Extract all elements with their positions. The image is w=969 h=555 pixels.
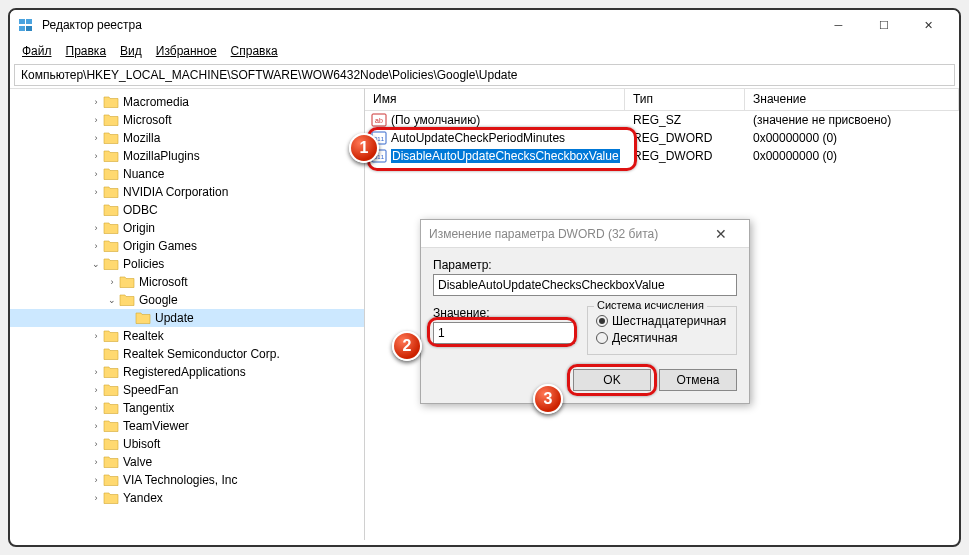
tree-item[interactable]: ODBC xyxy=(10,201,364,219)
tree-item-label: Realtek xyxy=(123,329,164,343)
expand-icon[interactable]: › xyxy=(90,474,102,486)
svg-text:ab: ab xyxy=(375,117,383,124)
annotation-badge-3: 3 xyxy=(533,384,563,414)
registry-editor-window: Редактор реестра ─ ☐ ✕ Файл Правка Вид И… xyxy=(8,8,961,547)
expand-icon[interactable]: › xyxy=(90,132,102,144)
tree-item[interactable]: ›MozillaPlugins xyxy=(10,147,364,165)
expand-icon[interactable]: › xyxy=(90,240,102,252)
expand-icon[interactable] xyxy=(90,348,102,360)
tree-item-label: Update xyxy=(155,311,194,325)
tree-item[interactable]: ›Microsoft xyxy=(10,273,364,291)
tree-item-label: Tangentix xyxy=(123,401,174,415)
tree-item-label: Origin Games xyxy=(123,239,197,253)
svg-rect-1 xyxy=(26,19,32,24)
tree-item-label: Policies xyxy=(123,257,164,271)
tree-item[interactable]: ›SpeedFan xyxy=(10,381,364,399)
tree-item[interactable]: Update xyxy=(10,309,364,327)
expand-icon[interactable]: › xyxy=(90,114,102,126)
expand-icon[interactable] xyxy=(90,204,102,216)
radix-hex-radio[interactable]: Шестнадцатеричная xyxy=(596,314,728,328)
tree-pane[interactable]: ›Macromedia›Microsoft›Mozilla›MozillaPlu… xyxy=(10,88,365,540)
tree-item-label: VIA Technologies, Inc xyxy=(123,473,238,487)
minimize-button[interactable]: ─ xyxy=(816,11,861,39)
tree-item-label: Microsoft xyxy=(123,113,172,127)
expand-icon[interactable]: › xyxy=(90,186,102,198)
annotation-box-3 xyxy=(567,364,657,396)
tree-item-label: Mozilla xyxy=(123,131,160,145)
tree-item-label: ODBC xyxy=(123,203,158,217)
expand-icon[interactable]: › xyxy=(90,366,102,378)
tree-item-label: RegisteredApplications xyxy=(123,365,246,379)
tree-item[interactable]: ›NVIDIA Corporation xyxy=(10,183,364,201)
tree-item[interactable]: ›Yandex xyxy=(10,489,364,507)
expand-icon[interactable]: ⌄ xyxy=(90,258,102,270)
col-header-type[interactable]: Тип xyxy=(625,89,745,110)
expand-icon[interactable]: › xyxy=(90,420,102,432)
expand-icon[interactable]: › xyxy=(106,276,118,288)
tree-item-label: Realtek Semiconductor Corp. xyxy=(123,347,280,361)
tree-item[interactable]: ›Mozilla xyxy=(10,129,364,147)
address-bar[interactable]: Компьютер\HKEY_LOCAL_MACHINE\SOFTWARE\WO… xyxy=(14,64,955,86)
list-header: Имя Тип Значение xyxy=(365,89,959,111)
expand-icon[interactable]: › xyxy=(90,168,102,180)
col-header-name[interactable]: Имя xyxy=(365,89,625,110)
title-bar: Редактор реестра ─ ☐ ✕ xyxy=(10,10,959,40)
tree-item[interactable]: Realtek Semiconductor Corp. xyxy=(10,345,364,363)
tree-item[interactable]: ⌄Google xyxy=(10,291,364,309)
expand-icon[interactable]: › xyxy=(90,222,102,234)
menu-bar: Файл Правка Вид Избранное Справка xyxy=(10,40,959,62)
window-title: Редактор реестра xyxy=(42,18,816,32)
maximize-button[interactable]: ☐ xyxy=(861,11,906,39)
expand-icon[interactable]: › xyxy=(90,492,102,504)
radio-icon xyxy=(596,332,608,344)
tree-item[interactable]: ›Nuance xyxy=(10,165,364,183)
close-button[interactable]: ✕ xyxy=(906,11,951,39)
tree-item[interactable]: ›Macromedia xyxy=(10,93,364,111)
menu-favorites[interactable]: Избранное xyxy=(150,42,223,60)
annotation-box-1 xyxy=(367,127,637,171)
cancel-button[interactable]: Отмена xyxy=(659,369,737,391)
value-list-pane: Имя Тип Значение ab(По умолчанию)REG_SZ(… xyxy=(365,88,959,540)
tree-item[interactable]: ›Origin xyxy=(10,219,364,237)
param-name-input[interactable] xyxy=(433,274,737,296)
tree-item[interactable]: ›VIA Technologies, Inc xyxy=(10,471,364,489)
tree-item[interactable]: ›RegisteredApplications xyxy=(10,363,364,381)
tree-item-label: TeamViewer xyxy=(123,419,189,433)
tree-item[interactable]: ›Ubisoft xyxy=(10,435,364,453)
tree-item-label: Macromedia xyxy=(123,95,189,109)
tree-item-label: Origin xyxy=(123,221,155,235)
radix-dec-radio[interactable]: Десятичная xyxy=(596,331,728,345)
expand-icon[interactable]: › xyxy=(90,456,102,468)
tree-item[interactable]: ›Realtek xyxy=(10,327,364,345)
menu-help[interactable]: Справка xyxy=(225,42,284,60)
tree-item[interactable]: ›Origin Games xyxy=(10,237,364,255)
col-header-value[interactable]: Значение xyxy=(745,89,959,110)
expand-icon[interactable]: › xyxy=(90,96,102,108)
tree-item[interactable]: ›Microsoft xyxy=(10,111,364,129)
menu-file[interactable]: Файл xyxy=(16,42,58,60)
expand-icon[interactable] xyxy=(122,312,134,324)
expand-icon[interactable]: › xyxy=(90,384,102,396)
menu-view[interactable]: Вид xyxy=(114,42,148,60)
dialog-title-bar: Изменение параметра DWORD (32 бита) ✕ xyxy=(421,220,749,248)
expand-icon[interactable]: ⌄ xyxy=(106,294,118,306)
expand-icon[interactable]: › xyxy=(90,330,102,342)
svg-rect-0 xyxy=(19,19,25,24)
tree-item[interactable]: ›Tangentix xyxy=(10,399,364,417)
tree-item[interactable]: ›TeamViewer xyxy=(10,417,364,435)
radix-groupbox: Система исчисления Шестнадцатеричная Дес… xyxy=(587,306,737,355)
dialog-close-button[interactable]: ✕ xyxy=(701,226,741,242)
app-icon xyxy=(18,17,34,33)
tree-item-label: NVIDIA Corporation xyxy=(123,185,228,199)
expand-icon[interactable]: › xyxy=(90,150,102,162)
tree-item[interactable]: ⌄Policies xyxy=(10,255,364,273)
svg-rect-2 xyxy=(19,26,25,31)
expand-icon[interactable]: › xyxy=(90,402,102,414)
menu-edit[interactable]: Правка xyxy=(60,42,113,60)
tree-item-label: Yandex xyxy=(123,491,163,505)
tree-item[interactable]: ›Valve xyxy=(10,453,364,471)
param-label: Параметр: xyxy=(433,258,737,272)
expand-icon[interactable]: › xyxy=(90,438,102,450)
tree-item-label: Nuance xyxy=(123,167,164,181)
annotation-box-2 xyxy=(427,317,577,347)
